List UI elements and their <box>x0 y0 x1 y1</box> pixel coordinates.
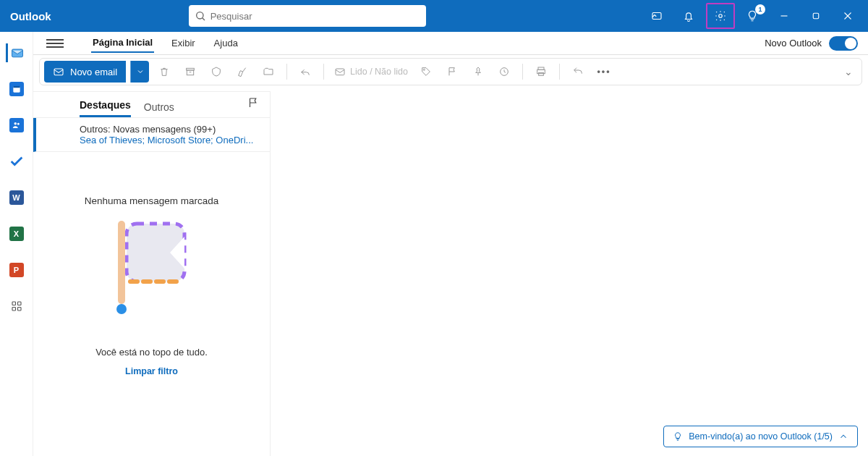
junk-icon[interactable] <box>205 61 227 83</box>
other-summary-line2: Sea of Thieves; Microsoft Store; OneDri.… <box>80 135 260 145</box>
delete-icon[interactable] <box>153 61 175 83</box>
more-icon[interactable]: ••• <box>593 61 615 83</box>
rail-todo[interactable] <box>7 152 26 171</box>
tips-icon[interactable]: 1 <box>738 3 767 29</box>
titlebar-actions: 1 <box>642 3 862 29</box>
minimize-button[interactable] <box>770 3 799 29</box>
welcome-text: Bem-vindo(a) ao novo Outlook (1/5) <box>689 431 833 442</box>
svg-rect-26 <box>539 72 544 75</box>
svg-rect-17 <box>54 69 63 75</box>
clear-filter-link[interactable]: Limpar filtro <box>125 366 178 376</box>
settings-icon[interactable] <box>706 3 735 29</box>
new-email-label: Novo email <box>70 67 117 77</box>
svg-rect-13 <box>12 302 16 305</box>
svg-point-11 <box>14 122 17 125</box>
ribbon-tabs: Página Inicial Exibir Ajuda Novo Outlook <box>33 32 868 55</box>
toolbar-separator <box>559 64 560 80</box>
read-unread-button[interactable]: Lido / Não lido <box>331 61 411 83</box>
rail-more-apps[interactable] <box>7 297 26 316</box>
sweep-icon[interactable] <box>231 61 253 83</box>
rail-excel[interactable]: X <box>7 224 26 243</box>
rail-word[interactable]: W <box>7 188 26 207</box>
ribbon-tab-view[interactable]: Exibir <box>170 34 197 52</box>
search-input[interactable] <box>210 11 420 22</box>
toolbar-separator <box>522 64 523 80</box>
svg-rect-14 <box>17 302 21 305</box>
reading-pane <box>271 91 868 456</box>
archive-icon[interactable] <box>179 61 201 83</box>
toolbar: Novo email Lido / Não lido ••• <box>39 58 862 85</box>
new-outlook-toggle[interactable] <box>829 36 858 51</box>
focused-tab[interactable]: Destaques <box>80 99 131 117</box>
move-icon[interactable] <box>258 61 279 83</box>
maximize-button[interactable] <box>801 3 830 29</box>
pin-icon[interactable] <box>467 61 489 83</box>
svg-point-22 <box>423 69 425 70</box>
meeting-icon[interactable] <box>642 3 671 29</box>
rail-people[interactable] <box>7 116 26 135</box>
message-list-pane: Destaques Outros Outros: Novas mensagens… <box>33 91 271 456</box>
svg-point-0 <box>196 12 203 19</box>
app-name: Outlook <box>10 10 51 22</box>
undo-icon[interactable] <box>567 61 589 83</box>
welcome-callout[interactable]: Bem-vindo(a) ao novo Outlook (1/5) <box>663 426 858 447</box>
svg-point-12 <box>17 123 19 125</box>
new-email-dropdown[interactable] <box>130 61 149 83</box>
new-outlook-label: Novo Outlook <box>765 38 822 48</box>
tips-badge: 1 <box>755 4 765 14</box>
tag-icon[interactable] <box>415 61 437 83</box>
svg-rect-21 <box>336 69 344 75</box>
other-tab[interactable]: Outros <box>144 101 174 117</box>
hamburger-icon[interactable] <box>46 39 64 48</box>
reply-icon[interactable] <box>294 61 316 83</box>
svg-point-3 <box>719 14 723 18</box>
other-inbox-summary[interactable]: Outros: Novas mensagens (99+) Sea of Thi… <box>33 118 270 152</box>
search-icon <box>195 10 206 22</box>
rail-powerpoint[interactable]: P <box>7 261 26 279</box>
svg-line-1 <box>202 18 204 20</box>
app-rail: W X P <box>0 32 33 456</box>
snooze-icon[interactable] <box>493 61 515 83</box>
svg-rect-16 <box>17 308 21 311</box>
notifications-icon[interactable] <box>674 3 703 29</box>
rail-calendar[interactable] <box>7 80 26 98</box>
empty-state-subtitle: Você está no topo de tudo. <box>95 347 208 358</box>
ribbon-tab-home[interactable]: Página Inicial <box>91 33 154 53</box>
svg-rect-28 <box>118 221 125 304</box>
toolbar-separator <box>323 64 324 80</box>
ribbon-tab-help[interactable]: Ajuda <box>213 34 239 52</box>
title-bar: Outlook 1 <box>0 0 868 32</box>
read-unread-label: Lido / Não lido <box>350 67 408 77</box>
toolbar-separator <box>286 64 287 80</box>
new-email-button[interactable]: Novo email <box>44 61 126 83</box>
lightbulb-icon <box>673 431 683 442</box>
svg-rect-15 <box>12 308 16 311</box>
empty-flag-illustration <box>105 215 199 316</box>
toolbar-expand-icon[interactable]: ⌄ <box>840 66 857 77</box>
svg-rect-10 <box>13 86 20 88</box>
close-button[interactable] <box>833 3 862 29</box>
empty-state-title: Nenhuma mensagem marcada <box>85 195 218 206</box>
flag-icon[interactable] <box>441 61 463 83</box>
svg-rect-5 <box>813 13 819 19</box>
rail-mail[interactable] <box>6 43 25 62</box>
other-summary-line1: Outros: Novas mensagens (99+) <box>80 124 260 135</box>
empty-state: Nenhuma mensagem marcada Você está no to… <box>33 152 270 456</box>
chevron-up-icon <box>838 431 848 442</box>
svg-rect-19 <box>187 70 193 75</box>
search-box[interactable] <box>189 5 426 27</box>
print-icon[interactable] <box>530 61 552 83</box>
filter-flag-icon[interactable] <box>247 96 260 111</box>
svg-point-30 <box>116 304 127 314</box>
